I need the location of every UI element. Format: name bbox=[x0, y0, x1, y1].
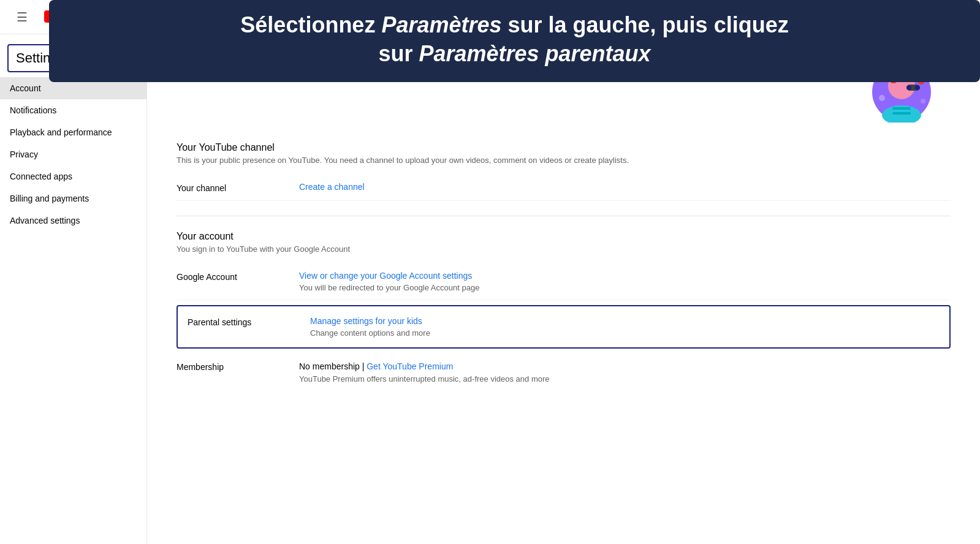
content-area: Choose how you appear and what you see o… bbox=[147, 34, 980, 544]
your-channel-value: Create a channel bbox=[299, 182, 951, 192]
channel-section-title: Your YouTube channel bbox=[177, 142, 951, 153]
membership-label: Membership bbox=[177, 361, 299, 372]
overlay-banner: Sélectionnez Paramètres sur la gauche, p… bbox=[49, 0, 980, 82]
section-divider-1 bbox=[177, 216, 951, 216]
membership-value: No membership | Get YouTube Premium YouT… bbox=[299, 361, 951, 383]
google-account-value: View or change your Google Account setti… bbox=[299, 271, 951, 292]
sidebar-nav: Account Notifications Playback and perfo… bbox=[0, 77, 146, 232]
account-section-title: Your account bbox=[177, 231, 951, 242]
membership-subtext: YouTube Premium offers uninterrupted mus… bbox=[299, 374, 951, 383]
google-account-row: Google Account View or change your Googl… bbox=[177, 263, 951, 300]
google-account-subtext: You will be redirected to your Google Ac… bbox=[299, 283, 951, 292]
parental-settings-label: Parental settings bbox=[188, 316, 310, 327]
banner-text-line1: Sélectionnez Paramètres sur la gauche, p… bbox=[240, 12, 788, 37]
sidebar-item-notifications[interactable]: Notifications bbox=[0, 99, 146, 121]
membership-text: No membership | bbox=[299, 361, 367, 371]
membership-text-line: No membership | Get YouTube Premium bbox=[299, 361, 951, 372]
account-section-desc: You sign in to YouTube with your Google … bbox=[177, 244, 951, 254]
your-channel-label: Your channel bbox=[177, 182, 299, 193]
channel-section: Your YouTube channel This is your public… bbox=[177, 142, 951, 201]
google-account-label: Google Account bbox=[177, 271, 299, 282]
svg-rect-11 bbox=[892, 107, 911, 110]
google-account-link[interactable]: View or change your Google Account setti… bbox=[299, 271, 951, 281]
svg-point-9 bbox=[915, 85, 920, 90]
membership-row: Membership No membership | Get YouTube P… bbox=[177, 353, 951, 391]
sidebar-item-billing[interactable]: Billing and payments bbox=[0, 187, 146, 210]
parental-settings-link[interactable]: Manage settings for your kids bbox=[310, 316, 940, 326]
account-section: Your account You sign in to YouTube with… bbox=[177, 231, 951, 391]
svg-point-14 bbox=[921, 99, 925, 104]
hamburger-button[interactable]: ☰ bbox=[10, 5, 34, 29]
svg-rect-12 bbox=[892, 112, 911, 115]
your-channel-row: Your channel Create a channel bbox=[177, 175, 951, 201]
svg-point-8 bbox=[906, 85, 911, 90]
parental-settings-subtext: Change content options and more bbox=[310, 328, 940, 338]
sidebar-item-playback[interactable]: Playback and performance bbox=[0, 121, 146, 143]
main-layout: Settings Account Notifications Playback … bbox=[0, 34, 980, 544]
parental-settings-box: Parental settings Manage settings for yo… bbox=[177, 305, 951, 349]
banner-text-line2: sur Paramètres parentaux bbox=[378, 41, 650, 66]
svg-point-13 bbox=[879, 95, 885, 101]
sidebar-item-connected-apps[interactable]: Connected apps bbox=[0, 165, 146, 187]
create-channel-link[interactable]: Create a channel bbox=[299, 182, 951, 192]
sidebar-item-advanced[interactable]: Advanced settings bbox=[0, 210, 146, 232]
get-premium-link[interactable]: Get YouTube Premium bbox=[367, 361, 453, 371]
sidebar-item-privacy[interactable]: Privacy bbox=[0, 143, 146, 165]
sidebar: Settings Account Notifications Playback … bbox=[0, 34, 147, 544]
channel-section-desc: This is your public presence on YouTube.… bbox=[177, 156, 951, 165]
parental-settings-value: Manage settings for your kids Change con… bbox=[310, 316, 940, 338]
